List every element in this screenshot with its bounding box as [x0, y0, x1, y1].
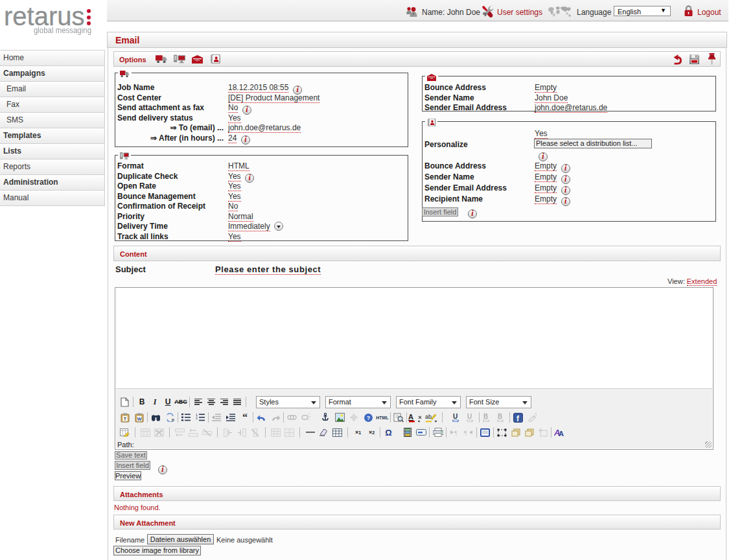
svg-text:B: B	[172, 418, 174, 422]
svg-text:T: T	[124, 417, 127, 421]
svg-text:B: B	[498, 413, 502, 420]
svg-text:A: A	[408, 413, 413, 421]
svg-text:U: U	[453, 413, 458, 420]
svg-text:U: U	[467, 413, 472, 420]
svg-text:B: B	[483, 413, 488, 420]
svg-text:¶: ¶	[454, 430, 457, 436]
svg-text:¶: ¶	[464, 430, 467, 436]
svg-text:A: A	[559, 430, 564, 437]
svg-text:W: W	[137, 417, 142, 421]
svg-text:?: ?	[366, 415, 370, 421]
svg-text:ab: ab	[425, 414, 432, 420]
svg-text:2: 2	[196, 416, 198, 420]
